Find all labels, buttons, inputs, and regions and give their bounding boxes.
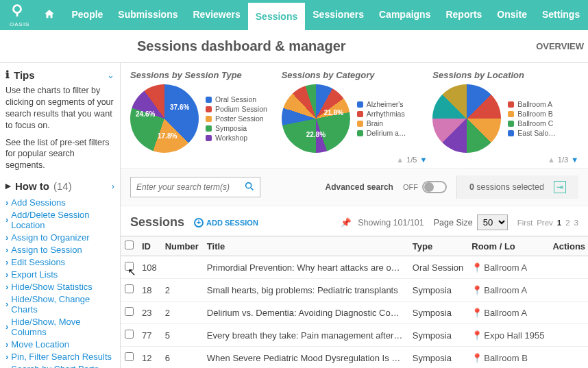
table-row[interactable]: 232Delirium vs. Dementia: Avoiding Diagn… xyxy=(121,302,588,324)
col-header[interactable]: Type xyxy=(408,236,467,256)
home-icon[interactable] xyxy=(36,8,62,23)
nav-reports[interactable]: Reports xyxy=(438,1,489,30)
legend-item[interactable]: Ballroom A xyxy=(508,100,555,108)
pie-label: 24.6% xyxy=(136,110,155,118)
cell-actions[interactable] xyxy=(548,279,588,302)
cell-room: 📍Ballroom B xyxy=(467,347,548,369)
cell-actions[interactable] xyxy=(548,302,588,324)
cell-number xyxy=(161,256,203,279)
pager-prev[interactable]: Prev xyxy=(537,219,553,227)
chart-category[interactable]: Sessions by Category 21.8% 22.8% Alzheim… xyxy=(282,70,428,164)
row-checkbox[interactable] xyxy=(125,307,134,316)
pie-category[interactable]: 21.8% 22.8% xyxy=(282,84,350,153)
table-row[interactable]: 182Small hearts, big problems: Pediatric… xyxy=(121,279,588,302)
row-checkbox[interactable] xyxy=(125,284,134,293)
cell-id: 108 xyxy=(138,256,161,279)
table-row[interactable]: 108Primordial Prevention: Why heart atta… xyxy=(121,256,588,279)
legend-item[interactable]: Poster Session xyxy=(206,114,267,123)
pager-2[interactable]: 2 xyxy=(565,219,569,227)
col-header[interactable]: Number xyxy=(161,236,203,256)
chart-location[interactable]: Sessions by Location Ballroom ABallroom … xyxy=(432,70,578,164)
legend-item[interactable]: Brain xyxy=(357,119,406,127)
nav-settings[interactable]: Settings xyxy=(535,1,587,30)
row-checkbox[interactable] xyxy=(125,262,134,271)
pager-3[interactable]: 3 xyxy=(574,219,578,227)
selection-count: 0 sessions selected ⇥ xyxy=(456,175,578,199)
search-icon[interactable] xyxy=(244,181,255,194)
cell-actions[interactable] xyxy=(548,347,588,369)
legend-item[interactable]: East Salo… xyxy=(508,129,555,137)
col-header[interactable]: ID xyxy=(138,236,161,256)
row-checkbox[interactable] xyxy=(125,330,134,339)
advanced-toggle[interactable]: OFF xyxy=(403,181,447,193)
pie-location[interactable] xyxy=(432,84,501,153)
nav-submissions[interactable]: Submissions xyxy=(110,1,185,30)
showing: 📌 Showing 101/101 xyxy=(341,217,424,228)
advanced-search-link[interactable]: Advanced search xyxy=(326,182,393,192)
row-checkbox[interactable] xyxy=(125,352,134,361)
plus-icon: + xyxy=(194,218,204,228)
select-all-checkbox[interactable] xyxy=(125,241,134,249)
legend-item[interactable]: Ballroom B xyxy=(508,110,555,118)
howto-item[interactable]: Assign to Session xyxy=(5,243,114,256)
chart-pager[interactable]: ▲1/5▼ xyxy=(282,156,428,164)
howto-item[interactable]: Add Sessions xyxy=(5,196,114,208)
cell-actions[interactable] xyxy=(548,324,588,347)
brand-logo[interactable]: OASIS xyxy=(4,3,35,27)
howto-toggle[interactable]: ▸How to (14) › xyxy=(5,180,114,192)
overview-link[interactable]: OVERVIEW xyxy=(536,41,588,51)
tips-p2: See the list of pre-set filters for popu… xyxy=(5,137,114,172)
location-icon: 📍 xyxy=(471,262,482,273)
cell-actions[interactable] xyxy=(548,256,588,279)
howto-item[interactable]: Pin, Filter Search Results xyxy=(5,350,114,363)
howto-item[interactable]: Assign to Organizer xyxy=(5,231,114,243)
howto-item[interactable]: Export Lists xyxy=(5,268,114,280)
legend-item[interactable]: Ballroom C xyxy=(508,119,555,127)
howto-item[interactable]: Search by Chart Parts xyxy=(5,363,114,368)
howto-item[interactable]: Move Location xyxy=(5,338,114,350)
pie-session-type[interactable]: 37.6% 17.8% 24.6% xyxy=(130,84,199,153)
col-header[interactable]: Title xyxy=(203,236,408,256)
tips-toggle[interactable]: ℹTips ⌄ xyxy=(5,69,114,81)
nav-reviewers[interactable]: Reviewers xyxy=(186,1,248,30)
pager-first[interactable]: First xyxy=(517,219,532,227)
col-header[interactable] xyxy=(121,236,138,256)
nav-people[interactable]: People xyxy=(64,1,110,30)
col-header[interactable]: Actions xyxy=(548,236,588,256)
legend-item[interactable]: Podium Session xyxy=(206,105,267,113)
chart-pager[interactable]: ▲1/3▼ xyxy=(432,156,578,164)
nav-onsite[interactable]: Onsite xyxy=(489,1,535,30)
howto-item[interactable]: Edit Sessions xyxy=(5,256,114,268)
cell-title: Primordial Prevention: Why heart attacks… xyxy=(203,256,408,279)
howto-item[interactable]: Hide/Show Statistics xyxy=(5,280,114,293)
search-input[interactable] xyxy=(130,177,260,197)
nav-campaigns[interactable]: Campaigns xyxy=(371,1,438,30)
legend-item[interactable]: Workshop xyxy=(206,134,267,142)
add-session-button[interactable]: + ADD SESSION xyxy=(194,218,258,228)
export-icon[interactable]: ⇥ xyxy=(554,181,566,193)
legend-item[interactable]: Delirium a… xyxy=(357,129,406,137)
col-header[interactable]: Room / Lo xyxy=(467,236,548,256)
table-row[interactable]: 126When Severe Pediatric Mood Dysregulat… xyxy=(121,347,588,369)
legend-item[interactable]: Arrhythmias xyxy=(357,110,406,118)
pager-1[interactable]: 1 xyxy=(557,219,561,227)
page-size-label: Page Size xyxy=(434,218,473,228)
legend-item[interactable]: Alzheimer's xyxy=(357,100,406,108)
legend-item[interactable]: Symposia xyxy=(206,124,267,132)
nav-sessions[interactable]: Sessions xyxy=(248,1,305,30)
sessions-heading: Sessions xyxy=(130,215,184,230)
toggle-pill[interactable] xyxy=(422,181,447,193)
howto-item[interactable]: Hide/Show, Move Columns xyxy=(5,315,114,338)
howto-item[interactable]: Add/Delete Session Location xyxy=(5,208,114,231)
pin-icon[interactable]: 📌 xyxy=(341,218,352,228)
howto-item[interactable]: Hide/Show, Change Charts xyxy=(5,293,114,315)
play-icon: ▸ xyxy=(5,180,11,192)
page-size-select[interactable]: 50 xyxy=(477,214,508,230)
toggle-label: OFF xyxy=(403,183,418,191)
cell-type: Symposia xyxy=(408,279,467,302)
chart-session-type[interactable]: Sessions by Session Type 37.6% 17.8% 24.… xyxy=(130,70,276,164)
table-row[interactable]: 775Every breath they take: Pain manageme… xyxy=(121,324,588,347)
nav-sessioners[interactable]: Sessioners xyxy=(305,1,371,30)
legend-item[interactable]: Oral Session xyxy=(206,95,267,103)
tips-p1: Use the charts to filter by clicking on … xyxy=(5,85,114,132)
